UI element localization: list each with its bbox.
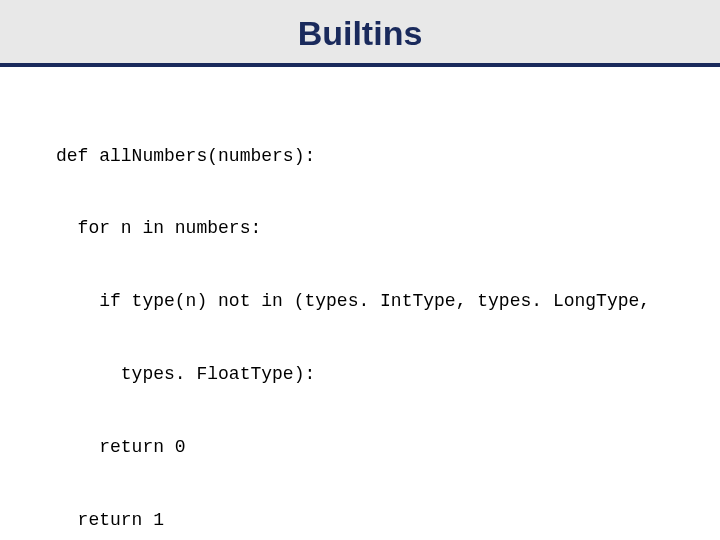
code1-line1: def allNumbers(numbers): [56,144,720,168]
code1-line5: return 0 [56,435,720,459]
slide-title: Builtins [0,14,720,53]
code1-line2: for n in numbers: [56,216,720,240]
code-area: def allNumbers(numbers): for n in number… [0,67,720,540]
code1-line6: return 1 [56,508,720,532]
title-bar: Builtins [0,0,720,67]
code1-line4: types. FloatType): [56,362,720,386]
code1-line3: if type(n) not in (types. IntType, types… [56,289,720,313]
slide: Builtins def allNumbers(numbers): for n … [0,0,720,540]
